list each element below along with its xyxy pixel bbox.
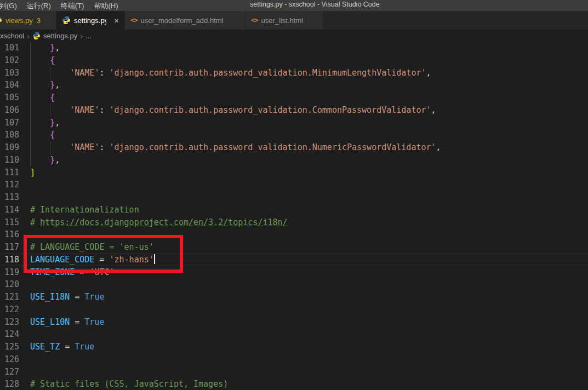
menu-item-run[interactable]: 运行(R) bbox=[22, 1, 56, 11]
code-line-115[interactable]: 115# https://docs.djangoproject.com/en/3… bbox=[0, 216, 588, 229]
menu-item-goto[interactable]: 到(G) bbox=[0, 1, 22, 11]
line-content bbox=[30, 191, 588, 204]
line-number: 116 bbox=[0, 228, 19, 241]
tab-bar: views.py 3 settings.py × <> user_modelfo… bbox=[0, 11, 588, 30]
indent-guide bbox=[50, 141, 50, 154]
python-icon bbox=[0, 16, 2, 25]
line-content: 'NAME': 'django.contrib.auth.password_va… bbox=[30, 141, 588, 154]
title-bar: 到(G) 运行(R) 终端(T) 帮助(H) settings.py - sxs… bbox=[0, 0, 588, 11]
code-line-113[interactable]: 113 bbox=[0, 191, 588, 204]
code-line-121[interactable]: 121USE_I18N = True bbox=[0, 291, 588, 303]
line-content: { bbox=[30, 91, 588, 104]
line-content: USE_TZ = True bbox=[30, 341, 588, 353]
line-content: }, bbox=[30, 42, 588, 54]
chevron-right-icon: › bbox=[27, 32, 30, 39]
line-content: ] bbox=[30, 167, 588, 179]
code-line-114[interactable]: 114# Internationalization bbox=[0, 204, 588, 216]
code-line-106[interactable]: 106 'NAME': 'django.contrib.auth.passwor… bbox=[0, 104, 588, 117]
line-number: 124 bbox=[0, 328, 19, 341]
chevron-right-icon: › bbox=[80, 32, 83, 39]
close-icon[interactable]: × bbox=[114, 16, 119, 25]
breadcrumb-item-file[interactable]: settings.py bbox=[43, 32, 77, 40]
line-number: 122 bbox=[0, 303, 19, 316]
line-number: 104 bbox=[0, 79, 19, 91]
tab-views-py[interactable]: views.py 3 bbox=[0, 11, 56, 30]
code-line-111[interactable]: 111] bbox=[0, 167, 588, 179]
indent-guide bbox=[30, 54, 31, 67]
line-content: # LANGUAGE_CODE = 'en-us' bbox=[30, 241, 588, 254]
line-content bbox=[30, 228, 588, 241]
indent-guide bbox=[30, 91, 31, 104]
line-content: # Static files (CSS, JavaScript, Images) bbox=[30, 378, 588, 390]
breadcrumb-item-symbol[interactable]: ... bbox=[85, 32, 92, 40]
python-icon bbox=[62, 16, 71, 25]
line-number: 105 bbox=[0, 91, 19, 104]
code-line-125[interactable]: 125USE_TZ = True bbox=[0, 341, 588, 353]
indent-guide bbox=[50, 104, 50, 117]
indent-guide bbox=[30, 67, 31, 79]
tab-label: settings.py bbox=[74, 16, 106, 25]
text-cursor bbox=[154, 254, 155, 264]
window-title: settings.py - sxschool - Visual Studio C… bbox=[250, 1, 380, 8]
tab-user-list-html[interactable]: <> user_list.html bbox=[246, 11, 323, 30]
line-content: LANGUAGE_CODE = 'zh-hans' bbox=[30, 254, 588, 266]
line-content: }, bbox=[30, 154, 588, 167]
tab-settings-py[interactable]: settings.py × bbox=[56, 11, 125, 30]
indent-guide bbox=[30, 42, 31, 54]
code-line-105[interactable]: 105 { bbox=[0, 91, 588, 104]
code-line-123[interactable]: 123USE_L10N = True bbox=[0, 316, 588, 329]
code-line-120[interactable]: 120 bbox=[0, 278, 588, 291]
line-content: 'NAME': 'django.contrib.auth.password_va… bbox=[30, 67, 588, 79]
code-line-110[interactable]: 110 }, bbox=[0, 154, 588, 167]
code-line-119[interactable]: 119TIME_ZONE = 'UTC' bbox=[0, 266, 588, 279]
line-content bbox=[30, 303, 588, 316]
code-line-122[interactable]: 122 bbox=[0, 303, 588, 316]
code-line-124[interactable]: 124 bbox=[0, 328, 588, 341]
indent-guide bbox=[30, 141, 31, 154]
problems-badge: 3 bbox=[37, 16, 41, 25]
line-number: 128 bbox=[0, 378, 19, 390]
code-line-116[interactable]: 116 bbox=[0, 228, 588, 241]
code-editor[interactable]: 101 },102 {103 'NAME': 'django.contrib.a… bbox=[0, 42, 588, 390]
breadcrumb-item-project[interactable]: xschool bbox=[0, 32, 24, 40]
line-content bbox=[30, 179, 588, 191]
code-line-117[interactable]: 117# LANGUAGE_CODE = 'en-us' bbox=[0, 241, 588, 254]
line-content bbox=[30, 353, 588, 366]
menu-item-terminal[interactable]: 终端(T) bbox=[56, 1, 89, 11]
line-content: USE_L10N = True bbox=[30, 316, 588, 329]
tab-user-modelform-add-html[interactable]: <> user_modelform_add.html bbox=[125, 11, 246, 30]
indent-guide bbox=[30, 154, 31, 167]
code-line-112[interactable]: 112 bbox=[0, 179, 588, 191]
tab-label: views.py bbox=[5, 16, 33, 25]
tab-label: user_list.html bbox=[261, 16, 303, 25]
line-number: 110 bbox=[0, 154, 19, 167]
code-line-109[interactable]: 109 'NAME': 'django.contrib.auth.passwor… bbox=[0, 141, 588, 154]
code-line-108[interactable]: 108 { bbox=[0, 129, 588, 141]
indent-guide bbox=[30, 129, 31, 141]
indent-guide bbox=[30, 79, 31, 91]
line-content: # Internationalization bbox=[30, 204, 588, 216]
html-icon: <> bbox=[251, 16, 258, 24]
line-content bbox=[30, 278, 588, 291]
code-line-127[interactable]: 127 bbox=[0, 366, 588, 378]
code-line-101[interactable]: 101 }, bbox=[0, 42, 588, 54]
code-line-107[interactable]: 107 }, bbox=[0, 117, 588, 129]
line-content: { bbox=[30, 54, 588, 67]
menu-item-help[interactable]: 帮助(H) bbox=[89, 1, 123, 11]
code-lines: 101 },102 {103 'NAME': 'django.contrib.a… bbox=[0, 42, 588, 390]
line-content: { bbox=[30, 129, 588, 141]
line-content bbox=[30, 366, 588, 378]
line-number: 107 bbox=[0, 117, 19, 129]
line-number: 121 bbox=[0, 291, 19, 303]
line-content: }, bbox=[30, 79, 588, 91]
line-number: 120 bbox=[0, 278, 19, 291]
code-line-126[interactable]: 126 bbox=[0, 353, 588, 366]
code-line-103[interactable]: 103 'NAME': 'django.contrib.auth.passwor… bbox=[0, 67, 588, 79]
line-number: 123 bbox=[0, 316, 19, 329]
code-line-118[interactable]: 118LANGUAGE_CODE = 'zh-hans' bbox=[0, 254, 588, 266]
code-line-104[interactable]: 104 }, bbox=[0, 79, 588, 91]
code-line-102[interactable]: 102 { bbox=[0, 54, 588, 67]
python-icon bbox=[32, 32, 41, 40]
code-line-128[interactable]: 128# Static files (CSS, JavaScript, Imag… bbox=[0, 378, 588, 390]
line-content: # https://docs.djangoproject.com/en/3.2/… bbox=[30, 216, 588, 229]
